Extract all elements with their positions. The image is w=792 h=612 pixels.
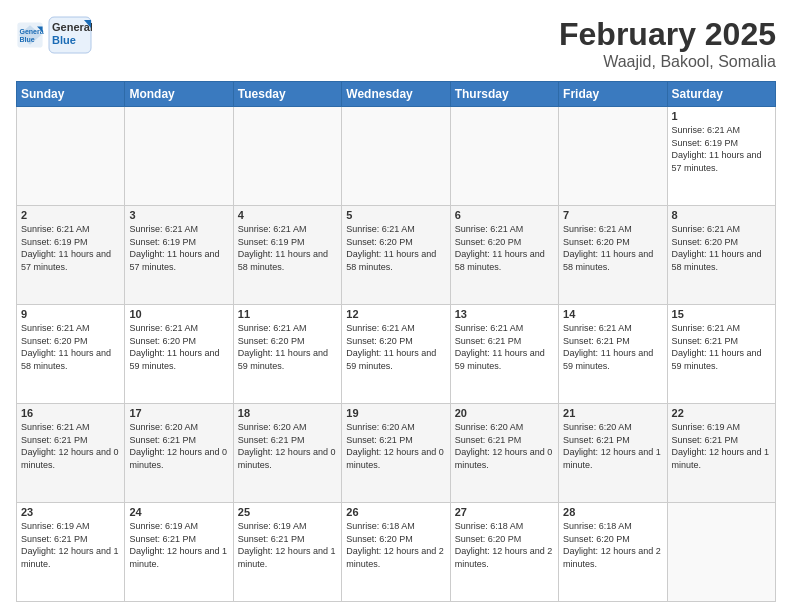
title-block: February 2025 Waajid, Bakool, Somalia bbox=[559, 16, 776, 71]
calendar-body: 1Sunrise: 6:21 AM Sunset: 6:19 PM Daylig… bbox=[17, 107, 776, 602]
calendar-cell: 16Sunrise: 6:21 AM Sunset: 6:21 PM Dayli… bbox=[17, 404, 125, 503]
calendar-cell: 1Sunrise: 6:21 AM Sunset: 6:19 PM Daylig… bbox=[667, 107, 775, 206]
calendar-table: Sunday Monday Tuesday Wednesday Thursday… bbox=[16, 81, 776, 602]
day-info: Sunrise: 6:21 AM Sunset: 6:19 PM Dayligh… bbox=[129, 223, 228, 273]
col-friday: Friday bbox=[559, 82, 667, 107]
day-info: Sunrise: 6:19 AM Sunset: 6:21 PM Dayligh… bbox=[672, 421, 771, 471]
header: General Blue General Blue February 2025 … bbox=[16, 16, 776, 71]
day-number: 27 bbox=[455, 506, 554, 518]
calendar-cell: 9Sunrise: 6:21 AM Sunset: 6:20 PM Daylig… bbox=[17, 305, 125, 404]
calendar-cell bbox=[450, 107, 558, 206]
logo-graphic: General Blue bbox=[48, 16, 92, 54]
calendar-cell: 24Sunrise: 6:19 AM Sunset: 6:21 PM Dayli… bbox=[125, 503, 233, 602]
day-number: 20 bbox=[455, 407, 554, 419]
calendar-cell: 10Sunrise: 6:21 AM Sunset: 6:20 PM Dayli… bbox=[125, 305, 233, 404]
day-info: Sunrise: 6:20 AM Sunset: 6:21 PM Dayligh… bbox=[129, 421, 228, 471]
calendar-cell: 13Sunrise: 6:21 AM Sunset: 6:21 PM Dayli… bbox=[450, 305, 558, 404]
calendar-cell: 17Sunrise: 6:20 AM Sunset: 6:21 PM Dayli… bbox=[125, 404, 233, 503]
day-info: Sunrise: 6:21 AM Sunset: 6:20 PM Dayligh… bbox=[455, 223, 554, 273]
day-info: Sunrise: 6:21 AM Sunset: 6:20 PM Dayligh… bbox=[238, 322, 337, 372]
day-info: Sunrise: 6:21 AM Sunset: 6:21 PM Dayligh… bbox=[455, 322, 554, 372]
calendar-cell: 14Sunrise: 6:21 AM Sunset: 6:21 PM Dayli… bbox=[559, 305, 667, 404]
calendar-cell: 19Sunrise: 6:20 AM Sunset: 6:21 PM Dayli… bbox=[342, 404, 450, 503]
col-saturday: Saturday bbox=[667, 82, 775, 107]
calendar-cell: 27Sunrise: 6:18 AM Sunset: 6:20 PM Dayli… bbox=[450, 503, 558, 602]
day-info: Sunrise: 6:21 AM Sunset: 6:20 PM Dayligh… bbox=[346, 223, 445, 273]
col-tuesday: Tuesday bbox=[233, 82, 341, 107]
calendar-cell: 26Sunrise: 6:18 AM Sunset: 6:20 PM Dayli… bbox=[342, 503, 450, 602]
calendar-cell bbox=[233, 107, 341, 206]
day-number: 3 bbox=[129, 209, 228, 221]
day-number: 10 bbox=[129, 308, 228, 320]
day-number: 11 bbox=[238, 308, 337, 320]
day-info: Sunrise: 6:19 AM Sunset: 6:21 PM Dayligh… bbox=[238, 520, 337, 570]
day-number: 15 bbox=[672, 308, 771, 320]
day-number: 9 bbox=[21, 308, 120, 320]
day-info: Sunrise: 6:21 AM Sunset: 6:20 PM Dayligh… bbox=[21, 322, 120, 372]
day-info: Sunrise: 6:21 AM Sunset: 6:20 PM Dayligh… bbox=[672, 223, 771, 273]
logo-icon: General Blue bbox=[16, 21, 44, 49]
calendar-week-1: 1Sunrise: 6:21 AM Sunset: 6:19 PM Daylig… bbox=[17, 107, 776, 206]
day-info: Sunrise: 6:19 AM Sunset: 6:21 PM Dayligh… bbox=[129, 520, 228, 570]
day-info: Sunrise: 6:20 AM Sunset: 6:21 PM Dayligh… bbox=[346, 421, 445, 471]
svg-text:Blue: Blue bbox=[20, 36, 35, 43]
calendar-header: Sunday Monday Tuesday Wednesday Thursday… bbox=[17, 82, 776, 107]
calendar-cell bbox=[667, 503, 775, 602]
day-number: 13 bbox=[455, 308, 554, 320]
month-year-title: February 2025 bbox=[559, 16, 776, 53]
calendar-cell: 2Sunrise: 6:21 AM Sunset: 6:19 PM Daylig… bbox=[17, 206, 125, 305]
calendar-cell: 28Sunrise: 6:18 AM Sunset: 6:20 PM Dayli… bbox=[559, 503, 667, 602]
calendar-cell bbox=[125, 107, 233, 206]
day-number: 23 bbox=[21, 506, 120, 518]
col-monday: Monday bbox=[125, 82, 233, 107]
day-number: 19 bbox=[346, 407, 445, 419]
calendar-week-2: 2Sunrise: 6:21 AM Sunset: 6:19 PM Daylig… bbox=[17, 206, 776, 305]
col-thursday: Thursday bbox=[450, 82, 558, 107]
day-info: Sunrise: 6:21 AM Sunset: 6:21 PM Dayligh… bbox=[21, 421, 120, 471]
day-info: Sunrise: 6:21 AM Sunset: 6:19 PM Dayligh… bbox=[238, 223, 337, 273]
calendar-cell: 5Sunrise: 6:21 AM Sunset: 6:20 PM Daylig… bbox=[342, 206, 450, 305]
calendar-cell bbox=[559, 107, 667, 206]
calendar-cell: 11Sunrise: 6:21 AM Sunset: 6:20 PM Dayli… bbox=[233, 305, 341, 404]
calendar-cell: 4Sunrise: 6:21 AM Sunset: 6:19 PM Daylig… bbox=[233, 206, 341, 305]
calendar-cell: 7Sunrise: 6:21 AM Sunset: 6:20 PM Daylig… bbox=[559, 206, 667, 305]
day-info: Sunrise: 6:21 AM Sunset: 6:19 PM Dayligh… bbox=[21, 223, 120, 273]
col-sunday: Sunday bbox=[17, 82, 125, 107]
calendar-cell: 15Sunrise: 6:21 AM Sunset: 6:21 PM Dayli… bbox=[667, 305, 775, 404]
day-number: 6 bbox=[455, 209, 554, 221]
svg-text:General: General bbox=[52, 21, 92, 33]
day-number: 18 bbox=[238, 407, 337, 419]
calendar-cell: 25Sunrise: 6:19 AM Sunset: 6:21 PM Dayli… bbox=[233, 503, 341, 602]
day-number: 8 bbox=[672, 209, 771, 221]
page: General Blue General Blue February 2025 … bbox=[0, 0, 792, 612]
day-info: Sunrise: 6:21 AM Sunset: 6:19 PM Dayligh… bbox=[672, 124, 771, 174]
day-info: Sunrise: 6:21 AM Sunset: 6:21 PM Dayligh… bbox=[563, 322, 662, 372]
day-number: 21 bbox=[563, 407, 662, 419]
calendar-cell: 12Sunrise: 6:21 AM Sunset: 6:20 PM Dayli… bbox=[342, 305, 450, 404]
day-number: 25 bbox=[238, 506, 337, 518]
calendar-cell: 21Sunrise: 6:20 AM Sunset: 6:21 PM Dayli… bbox=[559, 404, 667, 503]
day-info: Sunrise: 6:21 AM Sunset: 6:20 PM Dayligh… bbox=[346, 322, 445, 372]
location-subtitle: Waajid, Bakool, Somalia bbox=[559, 53, 776, 71]
day-info: Sunrise: 6:20 AM Sunset: 6:21 PM Dayligh… bbox=[455, 421, 554, 471]
day-number: 14 bbox=[563, 308, 662, 320]
day-number: 7 bbox=[563, 209, 662, 221]
day-number: 17 bbox=[129, 407, 228, 419]
logo: General Blue General Blue bbox=[16, 16, 92, 54]
calendar-cell bbox=[17, 107, 125, 206]
day-number: 22 bbox=[672, 407, 771, 419]
day-info: Sunrise: 6:21 AM Sunset: 6:21 PM Dayligh… bbox=[672, 322, 771, 372]
calendar-cell: 23Sunrise: 6:19 AM Sunset: 6:21 PM Dayli… bbox=[17, 503, 125, 602]
day-info: Sunrise: 6:21 AM Sunset: 6:20 PM Dayligh… bbox=[129, 322, 228, 372]
day-number: 16 bbox=[21, 407, 120, 419]
calendar-cell bbox=[342, 107, 450, 206]
calendar-week-5: 23Sunrise: 6:19 AM Sunset: 6:21 PM Dayli… bbox=[17, 503, 776, 602]
header-row: Sunday Monday Tuesday Wednesday Thursday… bbox=[17, 82, 776, 107]
day-info: Sunrise: 6:18 AM Sunset: 6:20 PM Dayligh… bbox=[346, 520, 445, 570]
day-number: 12 bbox=[346, 308, 445, 320]
svg-text:Blue: Blue bbox=[52, 34, 76, 46]
day-info: Sunrise: 6:18 AM Sunset: 6:20 PM Dayligh… bbox=[455, 520, 554, 570]
day-info: Sunrise: 6:20 AM Sunset: 6:21 PM Dayligh… bbox=[238, 421, 337, 471]
calendar-week-3: 9Sunrise: 6:21 AM Sunset: 6:20 PM Daylig… bbox=[17, 305, 776, 404]
calendar-week-4: 16Sunrise: 6:21 AM Sunset: 6:21 PM Dayli… bbox=[17, 404, 776, 503]
